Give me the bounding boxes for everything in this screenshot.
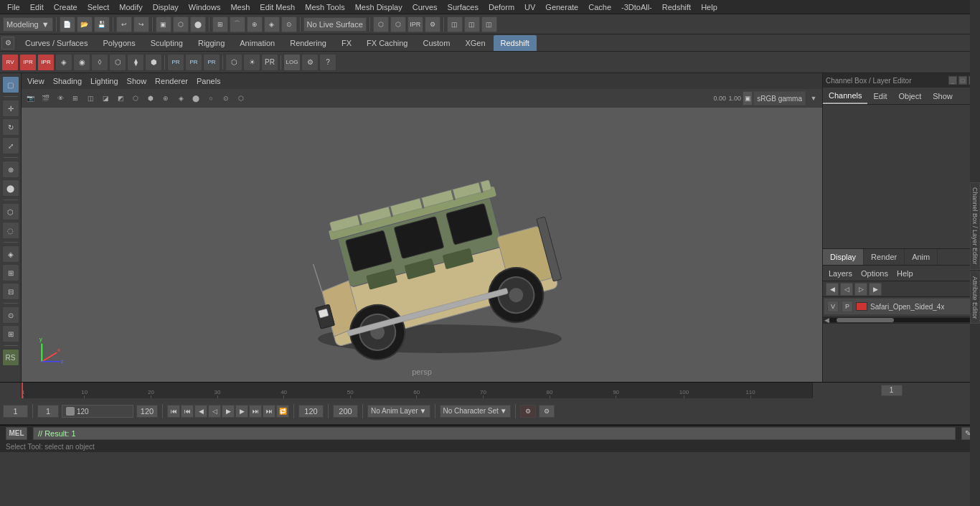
anim-layer-dropdown[interactable]: No Anim Layer ▼ xyxy=(367,405,430,418)
menu-3dtoall[interactable]: -3DtoAll- xyxy=(617,2,656,12)
char-set-dropdown[interactable]: No Character Set ▼ xyxy=(440,405,511,418)
timeline-slider[interactable]: 120 xyxy=(62,405,133,418)
dr-tab-anim[interactable]: Anim xyxy=(905,249,938,265)
range-start-input[interactable] xyxy=(37,405,59,418)
select-tool-button[interactable]: ▢ xyxy=(2,76,19,93)
tab-fx[interactable]: FX xyxy=(334,35,359,51)
layer-v-btn[interactable]: V xyxy=(827,301,839,312)
loop-button[interactable]: 🔁 xyxy=(276,405,289,418)
vp-icon1[interactable]: ⊞ xyxy=(68,91,83,106)
rs-icon1[interactable]: ◈ xyxy=(55,54,72,71)
ch-tab-show[interactable]: Show xyxy=(927,88,958,104)
play-back-button[interactable]: ◁ xyxy=(208,405,221,418)
end-frame-input[interactable] xyxy=(298,405,324,418)
rs-pr4[interactable]: PR xyxy=(261,54,278,71)
tab-sculpting[interactable]: Sculpting xyxy=(143,35,190,51)
vp-icon5[interactable]: ⬡ xyxy=(128,91,143,106)
menu-select[interactable]: Select xyxy=(83,2,114,12)
dr-tab-render[interactable]: Render xyxy=(864,249,905,265)
show-hide-button[interactable]: ◈ xyxy=(2,245,19,263)
rs-icon5[interactable]: ⧫ xyxy=(127,54,144,71)
edge-tab-channel-box[interactable]: Channel Box / Layer Editor xyxy=(970,182,980,270)
ipr-button[interactable]: IPR xyxy=(19,54,37,71)
tab-redshift[interactable]: Redshift xyxy=(494,35,537,51)
snap-live-button[interactable]: ⊙ xyxy=(281,17,297,32)
render-options-button[interactable]: ⚙ xyxy=(425,17,440,32)
timeline-frame-display[interactable]: 1 xyxy=(881,385,903,396)
group-button[interactable]: ⊞ xyxy=(2,264,19,281)
right-panel-scrollbar[interactable]: ◀ ▶ xyxy=(823,317,980,324)
rs-icon4[interactable]: ⬡ xyxy=(109,54,126,71)
layers-menu-layers[interactable]: Layers xyxy=(826,269,855,278)
menu-file[interactable]: File xyxy=(3,2,24,12)
max-frame-input[interactable] xyxy=(333,405,358,418)
rs-log[interactable]: LOG xyxy=(283,54,301,71)
lasso-select-button[interactable]: ⬡ xyxy=(173,17,189,32)
step-back-button[interactable]: ⏮ xyxy=(181,405,194,418)
goto-end-button[interactable]: ⏭ xyxy=(263,405,275,418)
goto-start-button[interactable]: ⏮ xyxy=(167,405,180,418)
rotate-tool-button[interactable]: ↻ xyxy=(2,118,19,136)
rs-pr3[interactable]: PR xyxy=(203,54,220,71)
render-icon1[interactable]: ⬡ xyxy=(373,17,389,32)
ch-tab-object[interactable]: Object xyxy=(892,88,927,104)
vp-menu-show[interactable]: Show xyxy=(124,77,150,85)
scrollbar-thumb[interactable] xyxy=(837,318,894,322)
menu-display[interactable]: Display xyxy=(149,2,183,12)
vp-gamma-label[interactable]: sRGB gamma xyxy=(753,91,806,106)
rs-icon3[interactable]: ◊ xyxy=(91,54,108,71)
play-forward-button[interactable]: ▶ xyxy=(222,405,235,418)
menu-uv[interactable]: UV xyxy=(520,2,540,12)
tab-animation[interactable]: Animation xyxy=(232,35,282,51)
layer-arrow-right[interactable]: ▶ xyxy=(869,283,882,296)
vp-icon11[interactable]: ⊙ xyxy=(219,91,233,106)
snap-snap-button[interactable]: ⊙ xyxy=(2,306,19,324)
vp-camera-icon[interactable]: 📷 xyxy=(23,91,37,106)
render-icon2[interactable]: ⬡ xyxy=(390,17,406,32)
menu-deform[interactable]: Deform xyxy=(484,2,519,12)
edge-tab-attribute-editor[interactable]: Attribute Editor xyxy=(970,271,980,324)
new-file-button[interactable]: 📄 xyxy=(60,17,75,32)
snap-grid-button[interactable]: ⊞ xyxy=(212,17,228,32)
tab-rigging[interactable]: Rigging xyxy=(191,35,232,51)
prev-frame-button[interactable]: ◀ xyxy=(194,405,207,418)
menu-windows[interactable]: Windows xyxy=(184,2,225,12)
tab-fx-caching[interactable]: FX Caching xyxy=(359,35,415,51)
vp-icon7[interactable]: ⊕ xyxy=(159,91,173,106)
redo-button[interactable]: ↪ xyxy=(133,17,149,32)
scale-tool-button[interactable]: ⤢ xyxy=(2,137,19,154)
select-mode-button[interactable]: ▣ xyxy=(156,17,171,32)
rs-pr1[interactable]: PR xyxy=(167,54,184,71)
ch-tab-edit[interactable]: Edit xyxy=(867,88,892,104)
vp-display-btn2[interactable]: ◫ xyxy=(464,17,480,32)
next-frame-button[interactable]: ▶ xyxy=(235,405,248,418)
menu-mesh[interactable]: Mesh xyxy=(226,2,254,12)
menu-mesh-display[interactable]: Mesh Display xyxy=(351,2,407,12)
undo-button[interactable]: ↩ xyxy=(116,17,132,32)
menu-help[interactable]: Help xyxy=(697,2,722,12)
vp-icon3[interactable]: ◪ xyxy=(98,91,113,106)
mel-button[interactable]: MEL xyxy=(6,427,27,440)
tab-curves-surfaces[interactable]: Curves / Surfaces xyxy=(18,35,95,51)
vp-menu-lighting[interactable]: Lighting xyxy=(88,77,121,85)
vp-icon2[interactable]: ◫ xyxy=(83,91,98,106)
open-file-button[interactable]: 📂 xyxy=(77,17,93,32)
timeline-ruler[interactable]: 1102030405060708090100110120 xyxy=(22,383,812,398)
vp-icon12[interactable]: ⬡ xyxy=(234,91,248,106)
vp-icon9[interactable]: ⬤ xyxy=(189,91,203,106)
universal-manip-button[interactable]: ⊕ xyxy=(2,161,19,178)
save-file-button[interactable]: 💾 xyxy=(94,17,110,32)
move-tool-button[interactable]: ✛ xyxy=(2,100,19,117)
ungroup-button[interactable]: ⊟ xyxy=(2,283,19,300)
menu-redshift[interactable]: Redshift xyxy=(658,2,695,12)
menu-edit[interactable]: Edit xyxy=(26,2,48,12)
menu-mesh-tools[interactable]: Mesh Tools xyxy=(301,2,349,12)
rs-icon2[interactable]: ◉ xyxy=(73,54,90,71)
step-forward-button[interactable]: ⏭ xyxy=(249,405,262,418)
rs-logo-button[interactable]: RS xyxy=(2,349,19,366)
menu-create[interactable]: Create xyxy=(50,2,82,12)
rs-bowl[interactable]: ⬡ xyxy=(225,54,242,71)
vp-menu-panels[interactable]: Panels xyxy=(194,77,224,85)
tab-gear-icon[interactable]: ⚙ xyxy=(1,37,14,50)
rv-button[interactable]: RV xyxy=(1,54,19,71)
